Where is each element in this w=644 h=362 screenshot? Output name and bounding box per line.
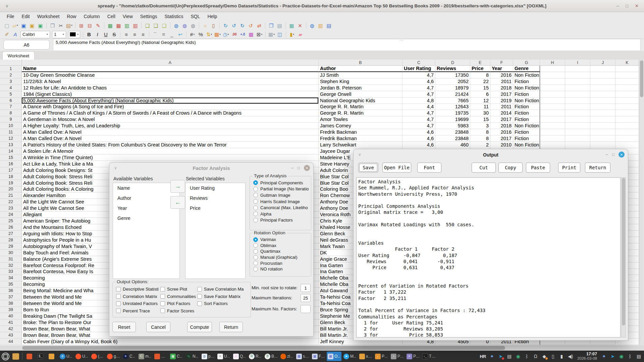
cell-K4[interactable] [615, 85, 639, 91]
menu-row[interactable]: Row [63, 13, 79, 20]
decimal-add-icon[interactable]: .00 [230, 31, 238, 39]
row-header-36[interactable]: 36 [0, 288, 22, 294]
cell-B8[interactable]: George R. R. Martin [319, 110, 402, 116]
web-search-icon[interactable]: ◍ [308, 21, 316, 29]
notes-icon[interactable]: ▤ [636, 354, 642, 359]
taskbar-window-firefox[interactable]: zl… [279, 352, 294, 361]
taskbar-window-spready[interactable]: ▦O… [327, 352, 341, 361]
analysis-type-option[interactable]: Guttman Image [250, 192, 311, 198]
row-header-34[interactable]: 34 [0, 275, 22, 281]
cell-E1[interactable]: Price [470, 66, 490, 72]
checkbox-icon[interactable] [197, 294, 202, 299]
row-header-43[interactable]: 43 [0, 332, 22, 339]
output-option-unrotated-factors[interactable]: Unrotated Factors [116, 300, 159, 307]
cell-D8[interactable]: 19735 [435, 110, 470, 116]
titlebar-chevron-icon[interactable]: ∨ [5, 3, 9, 8]
output-scrollbar-thumb[interactable] [622, 178, 625, 325]
menu-worksheet[interactable]: Worksheet [34, 13, 63, 20]
rotation-option[interactable]: Manual (Graphical) [250, 254, 311, 260]
cell-E12[interactable]: 8 [470, 135, 490, 142]
row-header-13[interactable]: 13 [0, 142, 22, 148]
radio-icon[interactable] [253, 261, 258, 265]
column-header-H[interactable]: H [540, 60, 565, 66]
row-header-26[interactable]: 26 [0, 224, 22, 231]
cell-A13[interactable]: A Patriot's History of the United States… [22, 142, 319, 148]
borders-icon[interactable]: ▦▾ [267, 31, 276, 39]
cell-C1[interactable]: User Rating [402, 66, 435, 72]
maximize-icon[interactable]: □ [626, 3, 628, 8]
radio-icon[interactable] [253, 243, 258, 248]
output-option-scree-plot[interactable]: Scree Plot [160, 286, 197, 293]
cell-D9[interactable]: 19699 [435, 116, 470, 123]
row-header-42[interactable]: 42 [0, 326, 22, 332]
dropdown-caret-icon[interactable]: ▾ [228, 33, 229, 36]
row-header-23[interactable]: 23 [0, 205, 22, 212]
row-header-5[interactable]: 5 [0, 91, 22, 98]
cell-J11[interactable] [590, 129, 615, 135]
checkbox-icon[interactable] [116, 294, 121, 299]
cell-C8[interactable]: 4,7 [402, 110, 435, 116]
column-header-E[interactable]: E [470, 60, 490, 66]
radio-icon[interactable] [253, 212, 258, 216]
output-option-descriptive-statisti[interactable]: Descriptive Statisti [116, 286, 159, 293]
cell-F5[interactable]: 2017 [490, 91, 513, 98]
output-minimize-icon[interactable]: – [606, 152, 608, 157]
cell-I12[interactable] [565, 135, 590, 142]
output-option-communalities[interactable]: Communalities [160, 293, 197, 300]
row-header-39[interactable]: 39 [0, 307, 22, 313]
row-header-10[interactable]: 10 [0, 123, 22, 129]
cell-A5[interactable]: 1984 (Signet Classics) [22, 91, 319, 98]
output-option-sort-factors[interactable]: Sort Factors [197, 300, 250, 307]
cell-H10[interactable] [540, 123, 565, 129]
italic-icon[interactable]: I [93, 31, 102, 39]
cell-I3[interactable] [565, 78, 590, 85]
dropdown-caret-icon[interactable]: ▾ [77, 33, 78, 36]
taskbar-window-edge[interactable]: eU… [59, 352, 73, 361]
font-name-select[interactable]: Calibri▾ [20, 31, 50, 38]
radio-icon[interactable] [253, 267, 258, 272]
taskbar-window-sheet[interactable]: ▦C… [169, 352, 184, 361]
cell-I13[interactable] [565, 142, 590, 148]
cell-I7[interactable] [565, 104, 590, 110]
cell-D12[interactable]: 23848 [435, 135, 470, 142]
taskbar-window-brave[interactable]: U… [74, 352, 89, 361]
cell-D6[interactable]: 7665 [435, 98, 470, 104]
analysis-type-option[interactable]: Harris Scaled Image [250, 198, 311, 205]
remove-variable-button[interactable]: → [170, 196, 185, 209]
vertical-scrollbar[interactable] [639, 60, 644, 345]
bluetooth-icon[interactable]: ᛒ [627, 354, 633, 359]
taskbar-window-elephant[interactable]: pp… [201, 352, 215, 361]
table-search-icon[interactable]: ▥ [316, 21, 325, 29]
web-link-add-icon[interactable]: ◍ [172, 21, 180, 29]
row-header-17[interactable]: 17 [0, 167, 22, 174]
save-button[interactable]: Save [358, 163, 378, 173]
cell-A12[interactable]: A Man Called Ove: A Novel [22, 135, 319, 142]
cell-J4[interactable] [590, 85, 615, 91]
taskbar-window-spready[interactable]: ▦F… [311, 352, 326, 361]
add-variable-button[interactable]: → [170, 180, 185, 193]
shield-icon[interactable]: ◆ [541, 354, 547, 359]
cell-A6[interactable]: 5,000 Awesome Facts (About Everything!) … [22, 98, 319, 104]
taskbar-window-downloader[interactable]: ↓P… [374, 352, 389, 361]
taskbar-window-brave[interactable]: g… [106, 352, 121, 361]
insert-table-icon[interactable]: ▦ [106, 21, 114, 29]
date-format-icon[interactable]: ▦▾ [213, 31, 222, 39]
return-button[interactable]: Return [219, 322, 243, 332]
menu-settings[interactable]: Settings [137, 13, 161, 20]
column-header-I[interactable]: I [565, 60, 590, 66]
checkbox-icon[interactable] [116, 308, 121, 313]
row-header-4[interactable]: 4 [0, 85, 22, 91]
spiral-tray-icon[interactable]: ✦ [601, 354, 607, 359]
cell-A1[interactable]: Name [22, 66, 319, 72]
wrap-text-icon[interactable]: ↩ [176, 31, 184, 39]
cell-C5[interactable]: 4,7 [402, 91, 435, 98]
row-header-9[interactable]: 9 [0, 116, 22, 123]
row-header-1[interactable]: 1 [0, 66, 22, 72]
start-menu-button[interactable] [2, 353, 9, 360]
menu-column[interactable]: Column [80, 13, 103, 20]
row-header-12[interactable]: 12 [0, 135, 22, 142]
cell-A14[interactable]: A Stolen Life: A Memoir [22, 148, 319, 155]
cell-G9[interactable]: Fiction [513, 116, 540, 123]
cell-J8[interactable] [590, 110, 615, 116]
cell-J5[interactable] [590, 91, 615, 98]
